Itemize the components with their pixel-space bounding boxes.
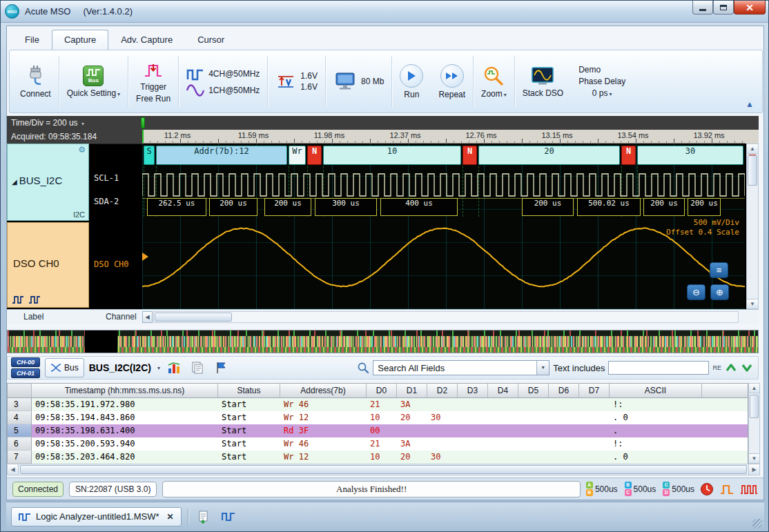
table-row[interactable]: 609:58:35.200.593.940StartWr 46213A!: — [8, 437, 748, 451]
capture-overview-strip[interactable] — [7, 330, 759, 353]
decode-bubble-data[interactable]: 10 — [323, 146, 461, 165]
column-header[interactable]: D3 — [458, 384, 488, 397]
table-horizontal-scrollbar[interactable]: ◀ ▶ — [7, 464, 760, 475]
table-row[interactable]: 709:58:35.203.464.820StartWr 12102030. 0 — [8, 451, 748, 464]
column-header[interactable]: D1 — [397, 384, 427, 397]
column-header[interactable]: D7 — [579, 384, 610, 397]
repeat-button[interactable]: Repeat — [431, 52, 473, 110]
single-pulse-icon[interactable] — [719, 483, 734, 495]
column-header[interactable]: D0 — [367, 384, 397, 397]
collapse-toolbar-button[interactable]: ▲ — [746, 100, 754, 108]
scroll-left-arrow[interactable]: ◀ — [8, 464, 19, 475]
trigger-button[interactable]: Trigger Free Run — [128, 52, 178, 110]
decode-bubble-data[interactable]: 30 — [637, 146, 743, 165]
threshold-group[interactable]: 1.6V 1.6V — [268, 52, 325, 110]
search-field-dropdown[interactable]: Search All Fields ▾ — [373, 360, 549, 375]
tab-ch-00[interactable]: CH-00 — [11, 357, 40, 367]
waveform-canvas[interactable]: SAddr(7b):12WrN10N20N30 262.5 us200 us20… — [142, 144, 745, 309]
table-row[interactable]: 309:58:35.191.972.980StartWr 46213A!: — [8, 398, 748, 411]
scroll-thumb[interactable] — [20, 465, 747, 474]
clock-icon[interactable] — [700, 482, 714, 496]
wave-horizontal-scrollbar[interactable] — [153, 311, 739, 323]
maximize-button[interactable] — [713, 1, 734, 14]
column-header[interactable]: Timestamp (hh:mm:ss.ms.us.ns) — [32, 384, 218, 397]
time-div-control[interactable]: Time/Div = 200 us ▾ — [7, 116, 142, 130]
zoom-in-button[interactable]: ⊕ — [710, 284, 729, 300]
tab-ch-01[interactable]: CH-01 — [11, 368, 40, 378]
cursor-timer-ab[interactable]: AB500us — [586, 482, 618, 496]
scroll-thumb[interactable] — [748, 155, 757, 186]
chevron-down-icon[interactable]: ▾ — [536, 361, 549, 375]
pulse-icon[interactable] — [12, 295, 24, 304]
bus-select-button[interactable]: Bus — [45, 358, 84, 377]
column-header[interactable]: D5 — [518, 384, 549, 397]
table-row[interactable]: 409:58:35.194.843.860StartWr 12102030. 0 — [8, 411, 748, 424]
column-header[interactable]: D2 — [427, 384, 458, 397]
stack-dso-button[interactable]: Stack DSO — [515, 52, 571, 110]
active-bus-name[interactable]: BUS_I2C(I2C) — [89, 362, 151, 373]
scl-channel-label[interactable]: SCL-1 — [94, 173, 119, 183]
phase-delay-group[interactable]: Demo Phase Delay 0 ps▾ — [571, 52, 633, 110]
scroll-down-arrow[interactable]: ▼ — [747, 299, 758, 308]
sda-channel-label[interactable]: SDA-2 — [94, 197, 119, 206]
connect-button[interactable]: Connect — [12, 52, 59, 110]
tab-cursor[interactable]: Cursor — [185, 30, 237, 50]
cursor-timer-cd[interactable]: CD500us — [663, 482, 694, 496]
column-header[interactable]: D4 — [488, 384, 518, 397]
cursor-timer-bc[interactable]: BC500us — [625, 482, 656, 496]
scroll-left-arrow[interactable]: ◀ — [142, 311, 153, 323]
column-header[interactable]: ASCII — [610, 384, 702, 397]
sample-rate-group[interactable]: 4CH@50MHz 1CH@50MHz — [179, 52, 267, 110]
dso-ch0-label-box[interactable]: DSO CH0 — [7, 222, 89, 308]
report-button[interactable] — [188, 359, 207, 377]
bus-i2c-label-box[interactable]: ⚙ ◢BUS_I2C I2C — [7, 144, 89, 221]
search-up-button[interactable] — [725, 362, 737, 373]
search-down-button[interactable] — [741, 362, 753, 373]
close-button[interactable]: ✕ — [734, 1, 766, 14]
expand-triangle-icon[interactable]: ◢ — [12, 178, 17, 186]
table-row[interactable]: 509:58:35.198.631.400StartRd 3F00. — [8, 424, 748, 437]
decode-bubble-data[interactable]: 20 — [478, 146, 620, 165]
scroll-right-arrow[interactable]: ▶ — [748, 464, 759, 475]
table-vertical-scrollbar[interactable]: ▲ ▼ — [748, 383, 760, 464]
tab-file[interactable]: File — [12, 30, 52, 50]
decode-bubble-wr[interactable]: Wr — [289, 146, 306, 165]
pulse-icon[interactable] — [28, 295, 41, 304]
scroll-up-arrow[interactable]: ▲ — [749, 384, 759, 393]
tab-adv-capture[interactable]: Adv. Capture — [108, 30, 185, 50]
trigger-position-marker[interactable] — [141, 117, 145, 128]
column-header[interactable]: Address(7b) — [280, 384, 367, 397]
new-report-button[interactable] — [195, 507, 213, 526]
scroll-down-arrow[interactable]: ▼ — [749, 453, 759, 463]
quick-setting-button[interactable]: Bus Quick Setting▾ — [59, 52, 128, 110]
run-button[interactable]: Run — [392, 52, 431, 110]
flag-button[interactable] — [212, 359, 231, 377]
decode-bubble-nack[interactable]: N — [463, 146, 477, 165]
new-logic-analyzer-button[interactable] — [220, 507, 238, 526]
scroll-up-arrow[interactable]: ▲ — [747, 144, 758, 154]
multi-pulse-icon[interactable] — [740, 483, 758, 495]
table-header-row[interactable]: Timestamp (hh:mm:ss.ms.us.ns)StatusAddre… — [7, 383, 748, 398]
decode-bubble-addr[interactable]: Addr(7b):12 — [156, 146, 287, 165]
zoom-button[interactable]: Zoom▾ — [474, 52, 514, 110]
column-header[interactable]: Status — [218, 384, 280, 397]
wave-vertical-scrollbar[interactable]: ▲ ▼ — [746, 144, 759, 309]
memory-group[interactable]: 80 Mb — [326, 52, 391, 110]
zoom-out-button[interactable]: ⊖ — [687, 284, 705, 300]
resize-grip[interactable] — [752, 519, 762, 529]
decode-bubble-nack[interactable]: N — [307, 146, 322, 165]
dso-channel-label[interactable]: DSO CH0 — [94, 259, 129, 269]
chevron-down-icon[interactable]: ▾ — [157, 365, 160, 371]
tab-logic-analyzer-document[interactable]: Logic Analyzer-untitled1.MSW* ✕ — [11, 507, 182, 526]
gear-icon[interactable]: ⚙ — [78, 145, 86, 155]
decode-bubble-nack[interactable]: N — [621, 146, 636, 165]
scroll-thumb[interactable] — [155, 313, 232, 322]
time-ruler[interactable]: 11.2 ms11.59 ms11.98 ms12.37 ms12.76 ms1… — [142, 130, 745, 144]
tab-capture[interactable]: Capture — [52, 30, 108, 50]
layers-button[interactable]: ≡ — [710, 262, 728, 278]
column-header[interactable]: D6 — [549, 384, 579, 397]
close-tab-icon[interactable]: ✕ — [166, 512, 173, 522]
column-header[interactable] — [8, 384, 32, 397]
search-text-input[interactable] — [608, 361, 709, 375]
statistics-button[interactable] — [165, 359, 184, 377]
